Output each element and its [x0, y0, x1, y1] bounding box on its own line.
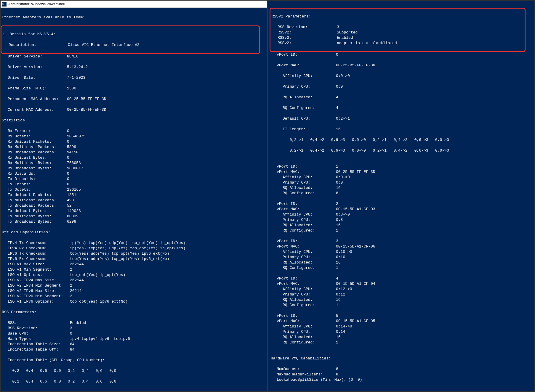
offload-row: LSO v2 IPv4 Max Size:262144 — [2, 278, 266, 283]
rss-row: RSS Revision:3 — [2, 326, 266, 331]
rss-row: RSS:Enabled — [2, 320, 266, 326]
rq-allocated: RQ Allocated:16 — [271, 185, 531, 191]
default-cpu: Default CPU:0:2->1 — [271, 116, 531, 121]
rssv2-block: RSS Revision:3RSSv2:SupportedRSSv2:Enabl… — [272, 25, 523, 46]
primary-cpu: Primary CPU:0:12 — [271, 292, 531, 297]
rss-row: Indirection Table Size:64 — [2, 342, 266, 347]
rq-configured: RQ Configured:1 — [271, 340, 531, 345]
vport-mac: vPort MAC:00-15-5D-A1-CF-06 — [271, 244, 531, 249]
offload-row: LSO v1 Max Size:262144 — [2, 262, 266, 267]
offload-row: IPv4 Tx Checksum:ip(Yes) tcp(Yes) udp(Ye… — [2, 240, 266, 246]
stat-row: Rx Multicast Packets:5899 — [2, 144, 266, 150]
highlight-box-left: 1. Details for MS-VS-A: Description:Cisc… — [1, 25, 260, 54]
stats-header: Statistics: — [2, 118, 266, 123]
stat-row: Tx Broadcast Bytes:6298 — [2, 219, 266, 224]
stat-row: Rx Multicast Bytes:766058 — [2, 160, 266, 166]
offload-header: Offload Capabilities: — [2, 230, 266, 235]
stat-row: Rx Unicast Packets:0 — [2, 139, 266, 144]
stat-row: Rx Unicast Bytes:0 — [2, 155, 266, 160]
hw-vmq-row: NumQueues:8 — [271, 367, 531, 372]
offload-row: LSO v1 Min Segment:2 — [2, 267, 266, 272]
mtu: Frame Size (MTU):1500 — [2, 86, 266, 91]
offload-row: LSO v2 IPv6 Max Size:262144 — [2, 288, 266, 294]
stat-row: Tx Multicast Packets:498 — [2, 198, 266, 203]
primary-cpu: Primary CPU:0:0 — [271, 180, 531, 185]
indir-table-label: Indirection Table (CPU Group, CPU Number… — [2, 358, 266, 363]
hw-vmq-block: NumQueues:8MaxMacHeaderFilters:8Lookahea… — [271, 367, 531, 383]
terminal-output-right[interactable]: RSSv2 Parameters: RSS Revision:3RSSv2:Su… — [268, 1, 534, 392]
stat-row: Rx Discards:0 — [2, 171, 266, 176]
vport-id: vPort ID:2 — [271, 201, 531, 207]
affinity-cpu: Affinity CPU:0:12->0 — [271, 287, 531, 292]
stat-row: Tx Discards:0 — [2, 176, 266, 182]
primary-cpu: Primary CPU:0:10 — [271, 255, 531, 260]
powershell-window-right: RSSv2 Parameters: RSS Revision:3RSSv2:Su… — [268, 0, 535, 392]
hw-vmq-header: Hardware VMQ Capabilities: — [271, 356, 531, 361]
stat-row: Tx Broadcast Packets:52 — [2, 203, 266, 208]
rq-allocated: RQ Allocated:4 — [271, 95, 531, 100]
vport-id: vPort ID:3 — [271, 239, 531, 244]
blank-line — [271, 196, 531, 201]
offload-row: LSO v2 IPv6 Min Segment:2 — [2, 294, 266, 299]
highlight-box-right: RSSv2 Parameters: RSS Revision:3RSSv2:Su… — [270, 8, 526, 52]
offload-row: LSO v2 IPv4 Min Segment:2 — [2, 283, 266, 288]
rss-row: Indirection Table Off:84 — [2, 347, 266, 352]
rss-row: Hash Types:ipv4 tcpipv4 ipv6 tcpipv6 — [2, 336, 266, 342]
indir-row: 0,2 0,4 0,6 0,0 0,2 0,4 0,6 0,0 — [2, 368, 266, 374]
perm-mac: Permanent MAC Address:00-25-B5-FF-EF-3D — [2, 97, 266, 102]
rq-allocated: RQ Allocated:16 — [271, 223, 531, 228]
rq-configured: RQ Configured:1 — [271, 228, 531, 233]
vport-mac: vPort MAC:00-15-5D-A1-CF-04 — [271, 281, 531, 287]
offload-block: IPv4 Tx Checksum:ip(Yes) tcp(Yes) udp(Ye… — [2, 240, 266, 304]
indir-row: 0,2 0,4 0,6 0,0 0,2 0,4 0,6 0,0 — [2, 379, 266, 384]
rq-allocated: RQ Allocated:16 — [271, 260, 531, 265]
blank-line — [271, 345, 531, 351]
vport-mac: vPort MAC:00-15-5D-A1-CF-05 — [271, 319, 531, 324]
vports-block: vPort ID:1vPort MAC:00-25-B5-FF-EF-3DAff… — [271, 159, 531, 351]
stat-row: Tx Octets:236165 — [2, 187, 266, 192]
it-length: IT length:16 — [271, 127, 531, 132]
stat-row: Tx Errors:0 — [2, 182, 266, 187]
titlebar[interactable]: >_ Administrator: Windows PowerShell — [1, 1, 267, 8]
vport-id: vPort ID:5 — [271, 313, 531, 319]
terminal-output-left[interactable]: Ethernet Adapters available to Team: 1. … — [1, 8, 267, 392]
affinity-cpu: Affinity CPU:0:8->0 — [271, 212, 531, 217]
primary-cpu: Primary CPU:0:0 — [271, 84, 531, 89]
affinity-cpu: Affinity CPU:0:0->0 — [271, 73, 531, 79]
offload-row: LSO v1 IPv6 Options:tcp_opt(Yes) ipv6_ex… — [2, 299, 266, 304]
blank-line — [271, 159, 531, 164]
stat-row: Tx Multicast Bytes:80839 — [2, 214, 266, 219]
offload-row: LSO v1 Options:tcp_opt(Yes) ip_opt(Yes) — [2, 272, 266, 278]
description-line: Description:Cisco VIC Ethernet Interface… — [3, 42, 258, 48]
driver-date: Driver Date:7-1-2023 — [2, 75, 266, 81]
rq-configured: RQ Configured:1 — [271, 265, 531, 271]
rq-allocated: RQ Allocated:16 — [271, 335, 531, 340]
window-title: Administrator: Windows PowerShell — [8, 2, 65, 6]
stat-row: Rx Octets:10646075 — [2, 134, 266, 139]
rssv2-row: RSSv2:Supported — [272, 30, 523, 35]
rss-header: RSS Parameters: — [2, 310, 266, 315]
vport-id: vPort ID:1 — [271, 164, 531, 169]
vport-mac: vPort MAC:00-25-B5-FF-EF-3D — [271, 169, 531, 175]
affinity-cpu: Affinity CPU:0:14->0 — [271, 324, 531, 329]
stat-row: Tx Unicast Bytes:149028 — [2, 208, 266, 214]
it-row: 0,2->1 0,4->2 0,6->3 0,0->0 0,2->1 0,4->… — [271, 137, 531, 143]
cur-mac: Current MAC Address:00-25-B5-FF-EF-3D — [2, 107, 266, 113]
offload-row: IPv4 Rx Checksum:ip(Yes) tcp(Yes) udp(Ye… — [2, 246, 266, 251]
vport-mac: vPort MAC:00-25-B5-FF-EF-3D — [271, 63, 531, 68]
offload-row: IPv6 Rx Checksum:tcp(Yes) udp(Yes) tcp_o… — [2, 256, 266, 262]
vport-id: vPort ID:0 — [271, 52, 531, 57]
primary-cpu: Primary CPU:0:14 — [271, 329, 531, 335]
stat-row: Rx Errors:0 — [2, 128, 266, 134]
stat-row: Rx Broadcast Packets:94150 — [2, 150, 266, 155]
stat-row: Tx Unicast Packets:1851 — [2, 192, 266, 198]
rssv2-row: RSSv2:Enabled — [272, 35, 523, 41]
vport-mac: vPort MAC:00-15-5D-A1-CF-03 — [271, 207, 531, 212]
heading-adapters: Ethernet Adapters available to Team: — [2, 15, 266, 20]
affinity-cpu: Affinity CPU:0:0->0 — [271, 175, 531, 180]
hw-vmq-row: MaxMacHeaderFilters:8 — [271, 372, 531, 377]
blank-line — [271, 233, 531, 239]
rssv2-row: RSSv2:Adapter is not blacklisted — [272, 41, 523, 46]
rss-row: Base CPU:0 — [2, 331, 266, 336]
rq-configured: RQ Configured:4 — [271, 105, 531, 111]
